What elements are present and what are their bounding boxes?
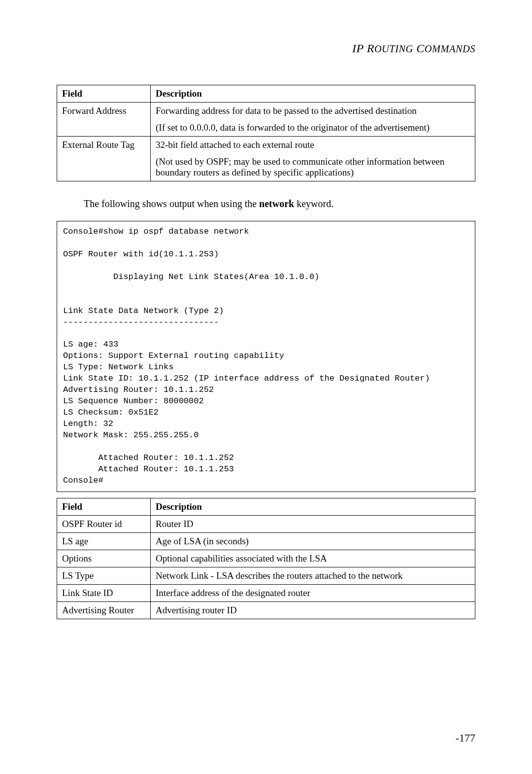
table-cell-description: 32-bit field attached to each external r…	[151, 137, 475, 181]
page-header: IP ROUTING COMMANDS	[57, 42, 475, 55]
table-header-row: Field Description	[57, 85, 475, 103]
field-description-table-2: Field Description OSPF Router id Router …	[57, 498, 475, 619]
table-cell-description: Router ID	[151, 515, 475, 532]
table-cell-field: LS age	[57, 532, 151, 550]
table-row: Options Optional capabilities associated…	[57, 550, 475, 567]
table-row: Advertising Router Advertising router ID	[57, 601, 475, 619]
table-cell-description: Age of LSA (in seconds)	[151, 532, 475, 550]
paragraph-bold: network	[259, 198, 294, 209]
table-row: LS age Age of LSA (in seconds)	[57, 532, 475, 550]
table-row: LS Type Network Link - LSA describes the…	[57, 567, 475, 584]
table-row: Link State ID Interface address of the d…	[57, 584, 475, 601]
paragraph-post: keyword.	[294, 198, 333, 209]
table-header-field: Field	[57, 498, 151, 515]
table-row: Forward Address Forwarding address for d…	[57, 103, 475, 137]
description-paragraph: (If set to 0.0.0.0, data is forwarded to…	[156, 122, 470, 133]
console-output: Console#show ip ospf database network OS…	[57, 221, 475, 492]
table-row: OSPF Router id Router ID	[57, 515, 475, 532]
body-paragraph: The following shows output when using th…	[84, 196, 475, 211]
table-cell-field: External Route Tag	[57, 137, 151, 181]
paragraph-pre: The following shows output when using th…	[84, 198, 259, 209]
table-cell-description: Network Link - LSA describes the routers…	[151, 567, 475, 584]
header-text: IP ROUTING COMMANDS	[352, 42, 475, 55]
field-description-table-1: Field Description Forward Address Forwar…	[57, 85, 475, 181]
table-header-description: Description	[151, 498, 475, 515]
table-cell-description: Interface address of the designated rout…	[151, 584, 475, 601]
table-header-field: Field	[57, 85, 151, 103]
table-cell-description: Forwarding address for data to be passed…	[151, 103, 475, 137]
page-number: -177	[456, 732, 475, 744]
table-cell-field: LS Type	[57, 567, 151, 584]
table-cell-description: Advertising router ID	[151, 601, 475, 619]
description-paragraph: Forwarding address for data to be passed…	[156, 106, 470, 116]
table-cell-field: Link State ID	[57, 584, 151, 601]
description-paragraph: 32-bit field attached to each external r…	[156, 140, 470, 150]
table-cell-field: Advertising Router	[57, 601, 151, 619]
table-cell-field: OSPF Router id	[57, 515, 151, 532]
table-row: External Route Tag 32-bit field attached…	[57, 137, 475, 181]
description-paragraph: (Not used by OSPF; may be used to commun…	[156, 156, 470, 178]
table-cell-field: Forward Address	[57, 103, 151, 137]
table-cell-description: Optional capabilities associated with th…	[151, 550, 475, 567]
table-header-description: Description	[151, 85, 475, 103]
table-header-row: Field Description	[57, 498, 475, 515]
table-cell-field: Options	[57, 550, 151, 567]
